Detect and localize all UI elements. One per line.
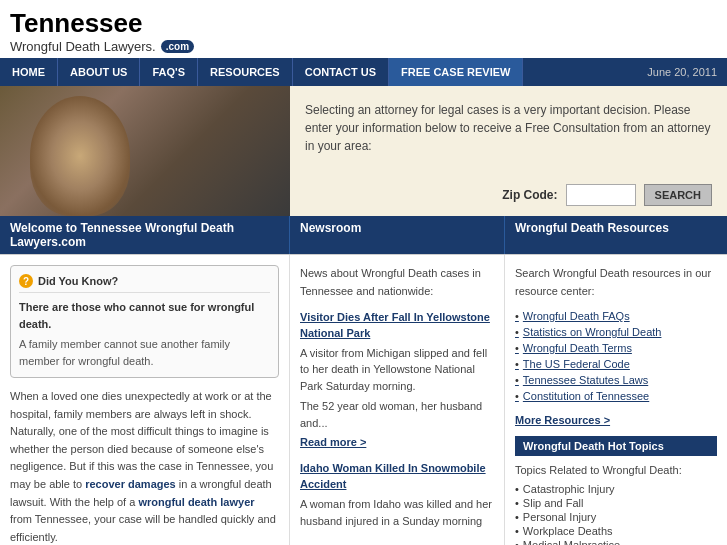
nav-date: June 20, 2011 (647, 66, 727, 78)
recover-damages-link[interactable]: recover damages (85, 478, 176, 490)
news-text-1: A visitor from Michigan slipped and fell… (300, 345, 494, 395)
zip-input[interactable] (566, 184, 636, 206)
resource-item-6[interactable]: Constitution of Tennessee (515, 388, 717, 404)
zip-label: Zip Code: (502, 188, 557, 202)
nav-contact[interactable]: CONTACT US (293, 58, 389, 86)
dyk-title: Did You Know? (38, 275, 118, 287)
news-item-2: Idaho Woman Killed In Snowmobile Acciden… (300, 461, 494, 529)
hot-topics-list: Catastrophic Injury Slip and Fall Person… (515, 482, 717, 545)
resource-item-2[interactable]: Statistics on Wrongful Death (515, 324, 717, 340)
news-item-1: Visitor Dies After Fall In Yellowstone N… (300, 310, 494, 449)
hero-content: Selecting an attorney for legal cases is… (290, 86, 727, 216)
nav-resources[interactable]: RESOURCES (198, 58, 293, 86)
main-nav: HOME ABOUT US FAQ'S RESOURCES CONTACT US… (0, 58, 727, 86)
section-header-mid: Newsroom (290, 216, 505, 254)
nav-faq[interactable]: FAQ'S (140, 58, 198, 86)
section-headers: Welcome to Tennessee Wrongful Death Lawy… (0, 216, 727, 254)
hero-section: Selecting an attorney for legal cases is… (0, 86, 727, 216)
search-button[interactable]: SEARCH (644, 184, 712, 206)
dot-com-badge: .com (161, 40, 194, 53)
hot-topics-intro: Topics Related to Wrongful Death: (515, 464, 717, 476)
mid-column: News about Wrongful Death cases in Tenne… (290, 255, 505, 545)
resource-item-3[interactable]: Wrongful Death Terms (515, 340, 717, 356)
site-header: Tennessee Wrongful Death Lawyers. .com (0, 0, 727, 58)
hot-topics-header: Wrongful Death Hot Topics (515, 436, 717, 456)
main-body-text: When a loved one dies unexpectedly at wo… (10, 388, 279, 545)
main-text-3: from Tennessee, your case will be handle… (10, 513, 276, 543)
dyk-bold-text: There are those who cannot sue for wrong… (19, 299, 270, 332)
hero-description: Selecting an attorney for legal cases is… (305, 101, 712, 155)
right-column: Search Wrongful Death resources in our r… (505, 255, 727, 545)
hot-topic-4[interactable]: Workplace Deaths (515, 524, 717, 538)
news-title-2[interactable]: Idaho Woman Killed In Snowmobile Acciden… (300, 461, 494, 492)
nav-about[interactable]: ABOUT US (58, 58, 140, 86)
dyk-header: ? Did You Know? (19, 274, 270, 293)
read-more-1[interactable]: Read more > (300, 436, 366, 448)
hot-topic-5[interactable]: Medical Malpractice (515, 538, 717, 545)
section-header-right: Wrongful Death Resources (505, 216, 727, 254)
more-resources-link[interactable]: More Resources > (515, 414, 717, 426)
left-column: ? Did You Know? There are those who cann… (0, 255, 290, 545)
three-column-layout: ? Did You Know? There are those who cann… (0, 254, 727, 545)
site-tagline: Wrongful Death Lawyers. .com (10, 39, 717, 54)
news-extra-1: The 52 year old woman, her husband and..… (300, 398, 494, 431)
hot-topic-3[interactable]: Personal Injury (515, 510, 717, 524)
nav-home[interactable]: HOME (0, 58, 58, 86)
nav-free-case-review[interactable]: FREE CASE REVIEW (389, 58, 523, 86)
section-header-left: Welcome to Tennessee Wrongful Death Lawy… (0, 216, 290, 254)
resource-item-1[interactable]: Wrongful Death FAQs (515, 308, 717, 324)
resource-list: Wrongful Death FAQs Statistics on Wrongf… (515, 308, 717, 404)
news-intro: News about Wrongful Death cases in Tenne… (300, 265, 494, 300)
resource-item-5[interactable]: Tennessee Statutes Laws (515, 372, 717, 388)
tagline-text: Wrongful Death Lawyers. (10, 39, 156, 54)
hero-image-inner (0, 86, 290, 216)
main-text-1: When a loved one dies unexpectedly at wo… (10, 390, 273, 490)
resources-intro: Search Wrongful Death resources in our r… (515, 265, 717, 300)
info-icon: ? (19, 274, 33, 288)
hot-topic-2[interactable]: Slip and Fall (515, 496, 717, 510)
news-text-2: A woman from Idaho was killed and her hu… (300, 496, 494, 529)
hero-image (0, 86, 290, 216)
resource-item-4[interactable]: The US Federal Code (515, 356, 717, 372)
dyk-text: A family member cannot sue another famil… (19, 336, 270, 369)
did-you-know-box: ? Did You Know? There are those who cann… (10, 265, 279, 378)
news-title-1[interactable]: Visitor Dies After Fall In Yellowstone N… (300, 310, 494, 341)
site-title: Tennessee (10, 8, 717, 39)
zip-row: Zip Code: SEARCH (305, 184, 712, 206)
hot-topic-1[interactable]: Catastrophic Injury (515, 482, 717, 496)
wrongful-death-lawyer-link[interactable]: wrongful death lawyer (138, 496, 254, 508)
